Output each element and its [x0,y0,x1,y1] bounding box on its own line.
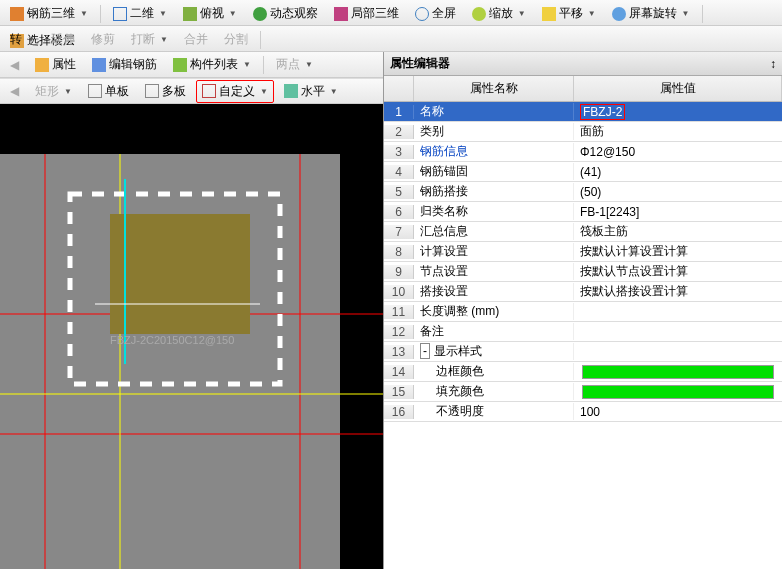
row-index: 7 [384,225,414,239]
property-row[interactable]: 9节点设置按默认节点设置计算 [384,262,782,282]
perspective-button[interactable]: 俯视▼ [177,2,243,25]
rect-button: 矩形▼ [29,80,78,103]
single-board-button[interactable]: 单板 [82,80,135,103]
row-value[interactable]: 100 [574,405,782,419]
trim-button: 修剪 [85,28,121,51]
row-value[interactable]: 筏板主筋 [574,223,782,240]
row-value[interactable]: 按默认计算设置计算 [574,243,782,260]
split-button: 分割 [218,28,254,51]
row-value[interactable] [574,383,782,401]
row-value[interactable]: 面筋 [574,123,782,140]
component-list-button[interactable]: 构件列表▼ [167,53,257,76]
property-header: 属性名称 属性值 [384,76,782,102]
property-panel-title-text: 属性编辑器 [390,55,450,72]
property-row[interactable]: 11长度调整 (mm) [384,302,782,322]
screen-rotate-button[interactable]: 屏幕旋转▼ [606,2,696,25]
row-index: 10 [384,285,414,299]
color-swatch[interactable] [582,365,774,379]
property-row[interactable]: 3钢筋信息Φ12@150 [384,142,782,162]
property-panel: 属性编辑器 ↕ 属性名称 属性值 1名称FBZJ-22类别面筋3钢筋信息Φ12@… [383,52,782,569]
rebar-3d-button[interactable]: 钢筋三维▼ [4,2,94,25]
drawing-canvas[interactable]: FBZJ-2C20150C12@150 [0,104,383,569]
dynamic-observe-button[interactable]: 动态观察 [247,2,324,25]
row-value[interactable] [574,363,782,381]
row-index: 6 [384,205,414,219]
extend-button: 延伸 [45,28,81,51]
row-value[interactable]: (41) [574,165,782,179]
merge-button: 合并 [178,28,214,51]
property-row[interactable]: 14边框颜色 [384,362,782,382]
row-name: 钢筋锚固 [414,163,574,180]
row-index: 15 [384,385,414,399]
row-index: 9 [384,265,414,279]
prev2-button: ◀ [4,81,25,101]
row-index: 11 [384,305,414,319]
property-row[interactable]: 2类别面筋 [384,122,782,142]
color-swatch[interactable] [582,385,774,399]
row-name: 钢筋信息 [414,143,574,160]
row-index: 13 [384,345,414,359]
property-panel-title: 属性编辑器 ↕ [384,52,782,76]
zoom-button[interactable]: 缩放▼ [466,2,532,25]
property-row[interactable]: 15填充颜色 [384,382,782,402]
property-row[interactable]: 5钢筋搭接(50) [384,182,782,202]
row-index: 5 [384,185,414,199]
canvas-label: FBZJ-2C20150C12@150 [110,334,234,346]
property-rows: 1名称FBZJ-22类别面筋3钢筋信息Φ12@1504钢筋锚固(41)5钢筋搭接… [384,102,782,569]
property-row[interactable]: 13-显示样式 [384,342,782,362]
row-value[interactable]: 按默认搭接设置计算 [574,283,782,300]
break-button: 打断▼ [125,28,174,51]
row-name: 汇总信息 [414,223,574,240]
row-name: 节点设置 [414,263,574,280]
attributes-button[interactable]: 属性 [29,53,82,76]
row-name: 计算设置 [414,243,574,260]
property-row[interactable]: 8计算设置按默认计算设置计算 [384,242,782,262]
property-row[interactable]: 1名称FBZJ-2 [384,102,782,122]
row-name: 类别 [414,123,574,140]
main-toolbar-2: 转▼ 延伸 修剪 打断▼ 合并 分割 [0,26,782,52]
local-3d-button[interactable]: 局部三维 [328,2,405,25]
property-row[interactable]: 12备注 [384,322,782,342]
row-name: 不透明度 [414,403,574,420]
row-name: -显示样式 [414,343,574,360]
row-index: 1 [384,105,414,119]
row-value[interactable]: FB-1[2243] [574,205,782,219]
row-name: 长度调整 (mm) [414,303,574,320]
svg-rect-8 [110,214,250,334]
property-row[interactable]: 16不透明度100 [384,402,782,422]
row-index: 3 [384,145,414,159]
view-2d-button[interactable]: 二维▼ [107,2,173,25]
row-name: 钢筋搭接 [414,183,574,200]
horizontal-button[interactable]: 水平▼ [278,80,344,103]
fullscreen-button[interactable]: 全屏 [409,2,462,25]
canvas-toolbar-2: ◀ 矩形▼ 单板 多板 自定义▼ 水平▼ [0,78,383,104]
canvas-svg: FBZJ-2C20150C12@150 [0,104,383,569]
prev-button: ◀ [4,55,25,75]
row-name: 边框颜色 [414,363,574,380]
custom-button[interactable]: 自定义▼ [196,80,274,103]
row-value[interactable]: 按默认节点设置计算 [574,263,782,280]
row-index: 12 [384,325,414,339]
multi-board-button[interactable]: 多板 [139,80,192,103]
canvas-panel: ◀ 属性 编辑钢筋 构件列表▼ 两点▼ ◀ 矩形▼ 单板 多板 自定义▼ 水平▼ [0,52,383,569]
edit-rebar-button[interactable]: 编辑钢筋 [86,53,163,76]
property-row[interactable]: 6归类名称FB-1[2243] [384,202,782,222]
property-row[interactable]: 4钢筋锚固(41) [384,162,782,182]
pan-button[interactable]: 平移▼ [536,2,602,25]
row-name: 填充颜色 [414,383,574,400]
row-value[interactable]: FBZJ-2 [574,105,782,119]
property-row[interactable]: 7汇总信息筏板主筋 [384,222,782,242]
canvas-toolbar-1: ◀ 属性 编辑钢筋 构件列表▼ 两点▼ [0,52,383,78]
row-name: 名称 [414,103,574,120]
rotate-button[interactable]: 转▼ [4,28,41,51]
row-value[interactable]: (50) [574,185,782,199]
row-name: 搭接设置 [414,283,574,300]
row-index: 2 [384,125,414,139]
property-header-index [384,76,414,101]
property-row[interactable]: 10搭接设置按默认搭接设置计算 [384,282,782,302]
property-panel-close-icon[interactable]: ↕ [770,57,776,71]
row-value[interactable]: Φ12@150 [574,145,782,159]
row-index: 8 [384,245,414,259]
row-index: 14 [384,365,414,379]
property-header-value: 属性值 [574,76,782,101]
